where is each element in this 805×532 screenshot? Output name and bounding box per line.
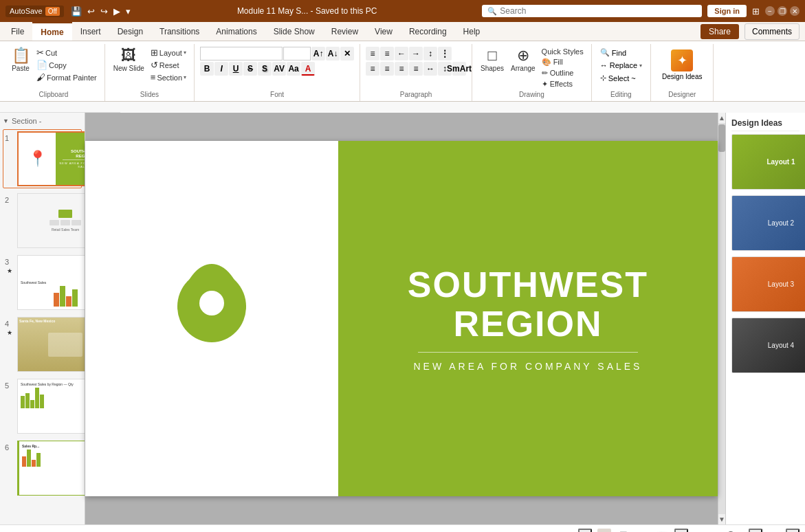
columns-button[interactable]: ⋮ — [438, 47, 452, 60]
sign-in-button[interactable]: Sign in — [707, 5, 747, 17]
bullets-button[interactable]: ≡ — [366, 47, 379, 60]
slide-item-1[interactable]: 1 📍 SOUTHWESTREGION NEW AREA FOR COMPANY… — [3, 129, 82, 188]
tab-help[interactable]: Help — [455, 22, 489, 41]
slide-item-2[interactable]: 2 Retail Sales Team — [3, 191, 82, 250]
align-left-button[interactable]: ≡ — [366, 62, 379, 76]
section-button[interactable]: ≡ Section ▾ — [148, 71, 188, 83]
cut-button[interactable]: ✂ Cut — [34, 47, 99, 58]
strikethrough-button[interactable]: S — [243, 62, 257, 76]
font-size-input[interactable]: 19 — [283, 47, 311, 60]
slide-item-3[interactable]: 3 ★ Southwest Sales — [3, 253, 82, 312]
scroll-thumb[interactable] — [718, 124, 725, 152]
design-suggestion-1[interactable]: Layout 1 — [731, 134, 805, 190]
font-family-input[interactable]: Calibri — [200, 47, 283, 60]
shapes-button[interactable]: □ Shapes — [478, 47, 507, 74]
tab-slideshow[interactable]: Slide Show — [265, 22, 323, 41]
presentation-button[interactable]: ▶ — [112, 5, 122, 18]
quick-styles-button[interactable]: Quick Styles — [540, 47, 586, 56]
replace-button[interactable]: ↔ Replace ▾ — [597, 60, 645, 71]
scroll-down-button[interactable]: ▼ — [718, 514, 725, 524]
share-button[interactable]: Share — [701, 24, 739, 39]
text-direction-button[interactable]: ↔ — [423, 62, 437, 76]
slide-item-4[interactable]: 4 ★ Santa Fe, New Mexico — [3, 315, 82, 374]
design-ideas-button[interactable]: ✦ Design Ideas — [657, 47, 707, 83]
align-right-button[interactable]: ≡ — [395, 62, 408, 76]
reading-view-button[interactable]: 📖 — [655, 529, 669, 533]
slide-thumb-6: Sales Rp... — [17, 441, 85, 496]
restore-panel-button[interactable]: ⊞ — [752, 6, 760, 16]
line-spacing-button[interactable]: ↕ — [423, 47, 437, 60]
copy-button[interactable]: 📄 Copy — [34, 59, 99, 71]
scroll-track[interactable] — [718, 123, 725, 514]
autosave-toggle[interactable]: Off — [45, 7, 60, 16]
save-button[interactable]: 💾 — [69, 5, 83, 18]
restore-button[interactable]: ❐ — [778, 6, 787, 16]
comments-button[interactable]: Comments — [745, 23, 800, 40]
indent-inc-button[interactable]: → — [409, 47, 423, 60]
customize-button[interactable]: ▾ — [124, 5, 132, 18]
design-suggestion-2[interactable]: Layout 2 — [731, 195, 805, 251]
tab-view[interactable]: View — [366, 22, 401, 41]
search-input[interactable] — [500, 6, 696, 16]
fit-slide-button[interactable]: ⊡ — [786, 529, 800, 533]
slide-item-6[interactable]: 6 Sales Rp... — [3, 439, 82, 498]
new-slide-button[interactable]: 🖼 New Slide — [111, 47, 147, 74]
font-clear-button[interactable]: ✕ — [340, 47, 354, 60]
redo-button[interactable]: ↪ — [99, 5, 109, 18]
arrange-button[interactable]: ⊕ Arrange — [508, 47, 538, 74]
select-button[interactable]: ⊹ Select ~ — [597, 72, 639, 84]
layout-button[interactable]: ⊞ Layout ▾ — [148, 47, 188, 58]
slide-thumb-5: Southwest Sales by Region — Qty — [17, 379, 85, 434]
indent-dec-button[interactable]: ← — [395, 47, 408, 60]
close-button[interactable]: ✕ — [790, 6, 800, 16]
notes-button[interactable]: Notes — [578, 529, 592, 533]
replace-label: Replace — [610, 61, 637, 69]
ruler-horizontal: // Rendered via SVG directly — [0, 102, 805, 113]
design-suggestion-3[interactable]: Layout 3 — [731, 256, 805, 312]
tab-animations[interactable]: Animations — [208, 22, 265, 41]
numbering-button[interactable]: ≡ — [380, 47, 394, 60]
section-collapse-icon[interactable]: ▼ — [3, 118, 9, 124]
justify-button[interactable]: ≡ — [409, 62, 423, 76]
scroll-up-button[interactable]: ▲ — [718, 113, 725, 123]
tab-insert[interactable]: Insert — [72, 22, 109, 41]
paragraph-label: Paragraph — [400, 89, 432, 98]
shape-effects-button[interactable]: ✦ Effects — [540, 79, 586, 89]
slide-sorter-button[interactable]: ⊟ — [636, 529, 650, 533]
tab-file[interactable]: File — [3, 22, 32, 41]
find-button[interactable]: 🔍 Find — [597, 47, 629, 58]
paste-button[interactable]: 📋 Paste — [8, 47, 33, 74]
outline-view-button[interactable]: ☰ — [617, 529, 630, 533]
format-painter-button[interactable]: 🖌 Format Painter — [34, 71, 99, 83]
underline-button[interactable]: U — [229, 62, 243, 76]
shadow-button[interactable]: S — [258, 62, 272, 76]
font-decrease-button[interactable]: A↓ — [326, 47, 340, 60]
char-spacing-button[interactable]: AV — [272, 62, 286, 76]
tab-home[interactable]: Home — [32, 22, 71, 41]
undo-button[interactable]: ↩ — [86, 5, 96, 18]
align-center-button[interactable]: ≡ — [380, 62, 394, 76]
slide-thumb-3: Southwest Sales — [17, 255, 85, 310]
bold-button[interactable]: B — [200, 62, 214, 76]
minimize-button[interactable]: − — [765, 6, 775, 16]
font-increase-button[interactable]: A↑ — [311, 47, 325, 60]
reset-button[interactable]: ↺ Reset — [148, 59, 188, 71]
zoom-in-button[interactable]: + — [749, 529, 762, 533]
slide-item-5[interactable]: 5 Southwest Sales by Region — Qty — [3, 377, 82, 436]
shape-fill-button[interactable]: 🎨 Fill — [540, 57, 586, 67]
font-color-button[interactable]: A — [301, 62, 315, 76]
zoom-out-button[interactable]: − — [674, 529, 688, 533]
normal-view-button[interactable]: ⊞ — [597, 529, 611, 533]
tab-review[interactable]: Review — [323, 22, 366, 41]
shape-outline-button[interactable]: ✏ Outline — [540, 68, 586, 78]
slide-canvas: SOUTHWEST REGION NEW AREA FOR COMPANY SA… — [85, 141, 718, 496]
vertical-scrollbar[interactable]: ▲ ▼ — [718, 113, 725, 524]
italic-button[interactable]: I — [214, 62, 228, 76]
tab-design[interactable]: Design — [109, 22, 151, 41]
section-label: Section - — [12, 117, 41, 125]
tab-transitions[interactable]: Transitions — [151, 22, 208, 41]
change-case-button[interactable]: Aa — [287, 62, 300, 76]
tab-recording[interactable]: Recording — [401, 22, 455, 41]
smartart-button[interactable]: SmArt — [452, 62, 466, 76]
design-suggestion-4[interactable]: Layout 4 — [731, 318, 805, 373]
